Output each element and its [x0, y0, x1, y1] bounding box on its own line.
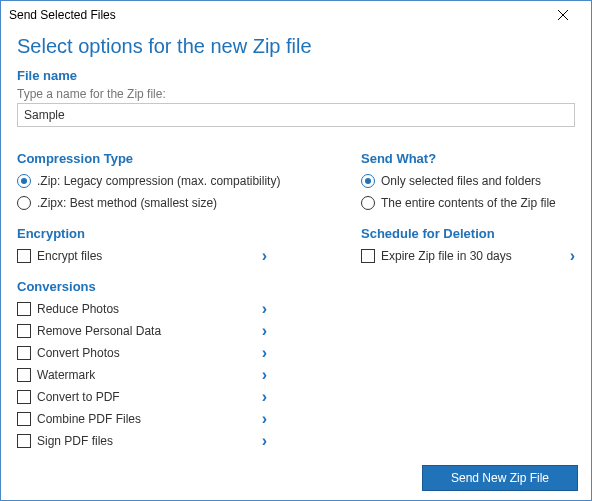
main-heading: Select options for the new Zip file	[17, 35, 575, 58]
schedule-section: Schedule for Deletion Expire Zip file in…	[361, 226, 575, 267]
convert-photos-chevron-icon[interactable]: ›	[262, 345, 267, 361]
remove-personal-data-label[interactable]: Remove Personal Data	[37, 324, 161, 338]
convert-photos-checkbox[interactable]	[17, 346, 31, 360]
remove-personal-data-checkbox[interactable]	[17, 324, 31, 338]
watermark-label[interactable]: Watermark	[37, 368, 95, 382]
compression-section: Compression Type .Zip: Legacy compressio…	[17, 151, 337, 214]
convert-pdf-chevron-icon[interactable]: ›	[262, 389, 267, 405]
encrypt-files-checkbox[interactable]	[17, 249, 31, 263]
filename-hint: Type a name for the Zip file:	[17, 87, 575, 101]
reduce-photos-checkbox[interactable]	[17, 302, 31, 316]
convert-photos-label[interactable]: Convert Photos	[37, 346, 120, 360]
footer: Send New Zip File	[422, 465, 578, 491]
compression-heading: Compression Type	[17, 151, 337, 166]
titlebar: Send Selected Files	[1, 1, 591, 29]
conversions-heading: Conversions	[17, 279, 337, 294]
encrypt-chevron-icon[interactable]: ›	[262, 248, 267, 264]
watermark-chevron-icon[interactable]: ›	[262, 367, 267, 383]
close-button[interactable]	[543, 2, 583, 28]
send-zip-button[interactable]: Send New Zip File	[422, 465, 578, 491]
schedule-heading: Schedule for Deletion	[361, 226, 575, 241]
window-title: Send Selected Files	[9, 8, 116, 22]
sign-pdf-label[interactable]: Sign PDF files	[37, 434, 113, 448]
filename-label: File name	[17, 68, 575, 83]
encrypt-files-label[interactable]: Encrypt files	[37, 249, 102, 263]
convert-pdf-checkbox[interactable]	[17, 390, 31, 404]
encryption-heading: Encryption	[17, 226, 337, 241]
conversions-section: Conversions Reduce Photos› Remove Person…	[17, 279, 337, 452]
close-icon	[558, 10, 568, 20]
expire-label[interactable]: Expire Zip file in 30 days	[381, 249, 512, 263]
combine-pdf-chevron-icon[interactable]: ›	[262, 411, 267, 427]
expire-chevron-icon[interactable]: ›	[570, 248, 575, 264]
combine-pdf-label[interactable]: Combine PDF Files	[37, 412, 141, 426]
sign-pdf-checkbox[interactable]	[17, 434, 31, 448]
compression-zipx-radio[interactable]	[17, 196, 31, 210]
reduce-photos-chevron-icon[interactable]: ›	[262, 301, 267, 317]
reduce-photos-label[interactable]: Reduce Photos	[37, 302, 119, 316]
sendwhat-selected-label[interactable]: Only selected files and folders	[381, 174, 541, 188]
sign-pdf-chevron-icon[interactable]: ›	[262, 433, 267, 449]
sendwhat-entire-radio[interactable]	[361, 196, 375, 210]
compression-zipx-label[interactable]: .Zipx: Best method (smallest size)	[37, 196, 217, 210]
sendwhat-selected-radio[interactable]	[361, 174, 375, 188]
watermark-checkbox[interactable]	[17, 368, 31, 382]
sendwhat-entire-label[interactable]: The entire contents of the Zip file	[381, 196, 556, 210]
combine-pdf-checkbox[interactable]	[17, 412, 31, 426]
convert-pdf-label[interactable]: Convert to PDF	[37, 390, 120, 404]
sendwhat-section: Send What? Only selected files and folde…	[361, 151, 575, 214]
encryption-section: Encryption Encrypt files ›	[17, 226, 337, 267]
remove-personal-data-chevron-icon[interactable]: ›	[262, 323, 267, 339]
expire-checkbox[interactable]	[361, 249, 375, 263]
compression-zip-label[interactable]: .Zip: Legacy compression (max. compatibi…	[37, 174, 280, 188]
filename-input[interactable]	[17, 103, 575, 127]
compression-zip-radio[interactable]	[17, 174, 31, 188]
sendwhat-heading: Send What?	[361, 151, 575, 166]
filename-section: File name Type a name for the Zip file:	[17, 68, 575, 139]
